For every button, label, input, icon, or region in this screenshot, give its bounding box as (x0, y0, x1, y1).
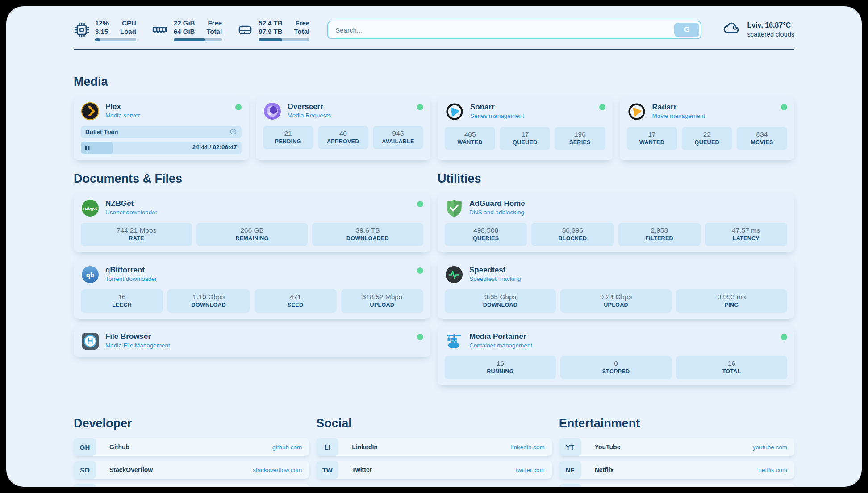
stat-value: 39.6 TB (314, 226, 421, 235)
stat-label: RATE (83, 235, 190, 242)
service-title: File Browser (105, 332, 170, 341)
section-heading-entertainment: Entertainment (559, 417, 794, 430)
service-title: Media Portainer (469, 332, 532, 341)
stat-stopped: 0 STOPPED (560, 356, 672, 379)
service-card-filebrowser[interactable]: File Browser Media File Management (74, 326, 430, 357)
resource-widgets: 12% 3.15 CPU Load (74, 19, 309, 41)
bookmark-url: netflix.com (758, 467, 787, 473)
status-dot (781, 334, 787, 340)
status-dot (599, 104, 605, 110)
service-subtitle: Usenet downloader (105, 208, 157, 217)
bookmarks-grid: Developer GH Github github.com SO StackO… (74, 417, 794, 487)
bookmark-name: YouTube (595, 443, 621, 451)
service-subtitle: Media Requests (288, 111, 331, 120)
service-title: NZBGet (105, 199, 157, 208)
stat-pending: 21 PENDING (263, 126, 313, 149)
speedtest-icon (445, 265, 463, 284)
stat-value: 21 (265, 129, 312, 138)
stat-label: MOVIES (739, 139, 785, 146)
stat-approved: 40 APPROVED (318, 126, 368, 149)
service-card-sonarr[interactable]: Sonarr Series management 485 WANTED 17 Q… (438, 96, 613, 160)
portainer-icon (445, 332, 463, 351)
service-title: AdGuard Home (469, 199, 525, 208)
service-card-speedtest[interactable]: Speedtest Speedtest Tracking 9.65 Gbps D… (438, 259, 794, 319)
stat-queued: 22 QUEUED (682, 127, 732, 150)
bookmark-twitter[interactable]: TW Twitter twitter.com (316, 461, 551, 479)
service-subtitle: Speedtest Tracking (469, 275, 521, 284)
stat-value: 945 (375, 129, 421, 138)
bookmark-name: Twitter (352, 466, 372, 473)
service-subtitle: Container management (469, 341, 532, 350)
service-card-plex[interactable]: Plex Media server Bullet Train (74, 96, 249, 160)
stat-queries: 498,508 QUERIES (445, 223, 527, 246)
stat-value: 196 (556, 130, 603, 139)
weather-cloud-icon (721, 19, 742, 41)
bookmark-netflix[interactable]: NF Netflix netflix.com (559, 461, 794, 479)
weather-condition: scattered clouds (747, 30, 794, 39)
stat-label: DOWNLOAD (169, 301, 248, 309)
bookmark-stackoverflow[interactable]: SO StackOverflow stackoverflow.com (74, 461, 309, 479)
memory-progress-track (174, 38, 222, 41)
stat-label: TOTAL (678, 368, 785, 376)
section-heading-social: Social (316, 417, 551, 430)
stat-label: DOWNLOADED (314, 235, 421, 242)
status-dot (781, 104, 787, 110)
stat-label: STOPPED (562, 368, 670, 376)
stat-value: 47.57 ms (707, 226, 785, 235)
stat-filtered: 2,953 FILTERED (618, 223, 701, 246)
service-title: Sonarr (470, 103, 524, 112)
service-card-radarr[interactable]: Radarr Movie management 17 WANTED 22 QUE… (620, 96, 795, 160)
service-card-qbittorrent[interactable]: qb qBittorrent Torrent downloader 16 LEE… (74, 259, 430, 319)
search-provider-button[interactable]: G (674, 23, 699, 37)
top-bar: 12% 3.15 CPU Load (74, 19, 794, 41)
stat-upload: 9.24 Gbps UPLOAD (560, 289, 672, 313)
service-subtitle: Movie management (652, 112, 705, 121)
stat-label: PENDING (265, 138, 312, 146)
section-heading-utilities: Utilities (438, 172, 794, 186)
disk-progress-fill (259, 38, 282, 41)
bookmark-dev[interactable]: DT DEV dev.to (74, 484, 309, 487)
stat-label: LATENCY (707, 235, 785, 242)
stat-latency: 47.57 ms LATENCY (705, 223, 787, 246)
service-card-nzbget[interactable]: nzbget NZBGet Usenet downloader 744.21 M… (74, 193, 430, 252)
stat-label: UPLOAD (562, 301, 670, 309)
service-card-adguard[interactable]: AdGuard Home DNS and adblocking 498,508 … (438, 193, 794, 252)
service-card-portainer[interactable]: Media Portainer Container management 16 … (438, 326, 794, 385)
cpu-icon (74, 22, 90, 38)
memory-total-label: Total (206, 27, 222, 36)
overseerr-icon (263, 102, 282, 121)
service-card-overseerr[interactable]: Overseerr Media Requests 21 PENDING 40 A… (256, 96, 431, 160)
bookmark-linkedin[interactable]: LI LinkedIn linkedin.com (316, 438, 551, 456)
adguard-icon (445, 199, 463, 217)
bookmark-name: LinkedIn (352, 443, 378, 451)
stat-label: WANTED (629, 139, 676, 146)
service-title: Plex (105, 102, 140, 111)
disk-widget: 52.4 TB 97.9 TB Free Total (237, 19, 309, 41)
weather-location-temp: Lviv, 16.87°C (747, 21, 794, 30)
stat-label: LEECH (83, 301, 161, 309)
stat-label: PING (678, 301, 785, 309)
section-heading-media: Media (74, 75, 794, 89)
svg-text:qb: qb (86, 271, 94, 279)
stat-queued: 17 QUEUED (500, 127, 550, 150)
bookmark-abbr: RE (559, 484, 581, 487)
bookmark-github[interactable]: GH Github github.com (74, 438, 309, 456)
pause-icon (85, 145, 90, 153)
stat-value: 16 (83, 292, 161, 301)
stat-value: 471 (256, 292, 335, 301)
stat-value: 266 GB (198, 226, 306, 235)
stat-download: 9.65 Gbps DOWNLOAD (445, 289, 556, 313)
search-input[interactable] (327, 21, 701, 39)
disk-total-value: 97.9 TB (259, 27, 282, 36)
memory-total-value: 64 GiB (174, 27, 195, 36)
header-divider (74, 49, 794, 50)
media-card-grid: Plex Media server Bullet Train (74, 96, 794, 160)
stat-label: FILTERED (620, 235, 699, 242)
bookmark-reddit[interactable]: RE Reddit reddit.com (559, 484, 794, 487)
cpu-widget: 12% 3.15 CPU Load (74, 19, 136, 41)
cpu-load-value: 3.15 (95, 27, 108, 36)
memory-widget: 22 GiB 64 GiB Free Total (151, 19, 222, 41)
stat-label: SERIES (556, 139, 603, 146)
bookmark-youtube[interactable]: YT YouTube youtube.com (559, 438, 794, 456)
qbittorrent-icon: qb (81, 265, 100, 284)
